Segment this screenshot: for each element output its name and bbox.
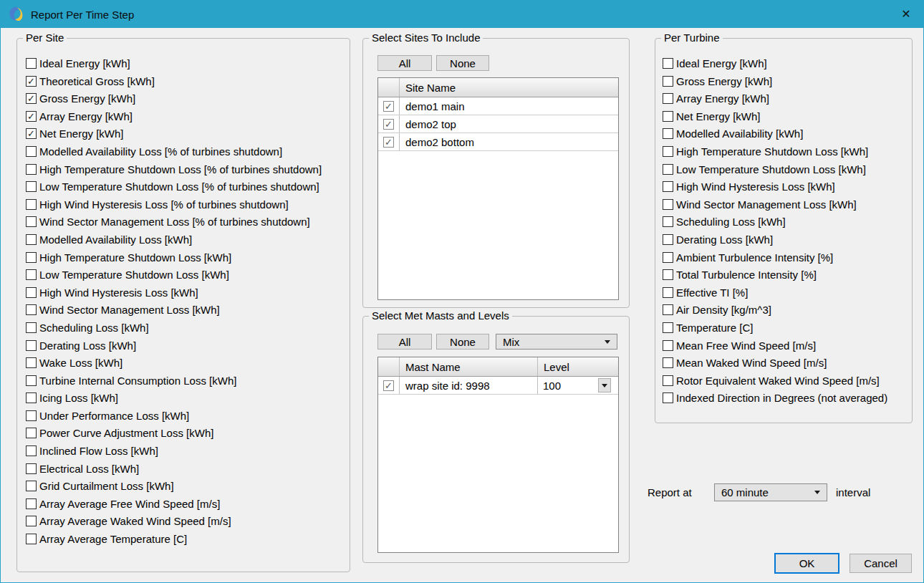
checkbox[interactable] <box>26 269 37 280</box>
checkbox[interactable] <box>26 304 37 315</box>
checkbox-item[interactable]: Rotor Equivalent Waked Wind Speed [m/s] <box>663 375 887 387</box>
checkbox[interactable] <box>663 128 673 139</box>
checkbox-item[interactable]: Ideal Energy [kWh] <box>663 57 887 69</box>
checkbox[interactable] <box>26 463 37 474</box>
checkbox-item[interactable]: High Temperature Shutdown Loss [kWh] <box>663 145 887 158</box>
checkbox-item[interactable]: Under Performance Loss [kWh] <box>26 410 322 422</box>
checkbox-item[interactable]: Modelled Availability [kWh] <box>663 127 887 140</box>
site-row[interactable]: demo1 main <box>378 97 618 115</box>
checkbox-item[interactable]: Array Average Temperature [C] <box>26 533 322 545</box>
checkbox-item[interactable]: Wind Sector Management Loss [% of turbin… <box>26 216 322 228</box>
checkbox-item[interactable]: Ambient Turbulence Intensity [%] <box>663 251 887 264</box>
checkbox[interactable] <box>663 181 673 192</box>
checkbox-item[interactable]: Indexed Direction in Degrees (not averag… <box>663 392 887 404</box>
checkbox[interactable] <box>663 111 673 122</box>
checkbox-item[interactable]: High Temperature Shutdown Loss [% of tur… <box>26 163 322 175</box>
site-row[interactable]: demo2 top <box>378 115 618 133</box>
checkbox-item[interactable]: Array Energy [kWh] <box>26 110 322 122</box>
checkbox-item[interactable]: Inclined Flow Loss [kWh] <box>26 445 322 457</box>
level-cell[interactable]: 100 <box>538 377 618 394</box>
checkbox[interactable] <box>663 252 673 263</box>
checkbox[interactable] <box>26 216 37 227</box>
checkbox[interactable] <box>26 58 37 69</box>
checkbox[interactable] <box>663 234 673 245</box>
checkbox[interactable] <box>26 128 37 139</box>
checkbox-item[interactable]: Derating Loss [kWh] <box>663 233 887 246</box>
checkbox[interactable] <box>26 410 37 421</box>
checkbox[interactable] <box>26 199 37 210</box>
checkbox-item[interactable]: Net Energy [kWh] <box>26 127 322 140</box>
mast-checkbox[interactable] <box>383 380 394 391</box>
checkbox-item[interactable]: Theoretical Gross [kWh] <box>26 75 322 87</box>
masts-all-button[interactable]: All <box>377 334 432 350</box>
checkbox-item[interactable]: Array Average Free Wind Speed [m/s] <box>26 498 322 510</box>
checkbox-item[interactable]: Low Temperature Shutdown Loss [kWh] <box>663 163 887 175</box>
checkbox-item[interactable]: Net Energy [kWh] <box>663 110 887 122</box>
checkbox[interactable] <box>26 93 37 104</box>
checkbox[interactable] <box>26 76 37 87</box>
checkbox-item[interactable]: Gross Energy [kWh] <box>663 75 887 87</box>
checkbox[interactable] <box>26 322 37 333</box>
site-checkbox[interactable] <box>383 119 394 130</box>
checkbox-item[interactable]: Total Turbulence Intensity [%] <box>663 269 887 281</box>
checkbox[interactable] <box>26 498 37 509</box>
checkbox-item[interactable]: Icing Loss [kWh] <box>26 392 322 404</box>
checkbox-item[interactable]: Array Average Waked Wind Speed [m/s] <box>26 515 322 527</box>
checkbox[interactable] <box>663 287 673 298</box>
checkbox-item[interactable]: High Temperature Shutdown Loss [kWh] <box>26 251 322 264</box>
site-checkbox[interactable] <box>383 137 394 148</box>
interval-dropdown[interactable]: 60 minute <box>714 483 827 501</box>
checkbox[interactable] <box>26 428 37 438</box>
checkbox-item[interactable]: Power Curve Adjustment Loss [kWh] <box>26 427 322 439</box>
checkbox[interactable] <box>26 111 37 122</box>
checkbox-item[interactable]: Temperature [C] <box>663 322 887 334</box>
checkbox-item[interactable]: Low Temperature Shutdown Loss [% of turb… <box>26 180 322 193</box>
checkbox-item[interactable]: Scheduling Loss [kWh] <box>663 216 887 228</box>
checkbox-item[interactable]: Array Energy [kWh] <box>663 92 887 105</box>
checkbox-item[interactable]: High Wind Hysteresis Loss [% of turbines… <box>26 198 322 211</box>
site-checkbox[interactable] <box>383 101 394 112</box>
checkbox[interactable] <box>663 216 673 227</box>
mast-row[interactable]: wrap site id: 9998100 <box>378 377 618 395</box>
checkbox[interactable] <box>26 357 37 368</box>
checkbox[interactable] <box>663 164 673 175</box>
checkbox-item[interactable]: Ideal Energy [kWh] <box>26 57 322 69</box>
checkbox-item[interactable]: Wind Sector Management Loss [kWh] <box>26 304 322 316</box>
checkbox[interactable] <box>26 392 37 403</box>
checkbox[interactable] <box>26 481 37 491</box>
checkbox[interactable] <box>663 269 673 280</box>
checkbox-item[interactable]: Low Temperature Shutdown Loss [kWh] <box>26 269 322 281</box>
sites-none-button[interactable]: None <box>436 55 489 71</box>
checkbox[interactable] <box>26 445 37 456</box>
checkbox-item[interactable]: Wind Sector Management Loss [kWh] <box>663 198 887 211</box>
checkbox[interactable] <box>26 516 37 526</box>
checkbox[interactable] <box>26 375 37 386</box>
masts-none-button[interactable]: None <box>436 334 489 350</box>
checkbox-item[interactable]: Wake Loss [kWh] <box>26 357 322 369</box>
checkbox[interactable] <box>26 181 37 192</box>
checkbox-item[interactable]: Grid Curtailment Loss [kWh] <box>26 480 322 492</box>
checkbox-item[interactable]: High Wind Hysteresis Loss [kWh] <box>663 180 887 193</box>
checkbox-item[interactable]: Modelled Availability Loss [% of turbine… <box>26 145 322 158</box>
checkbox-item[interactable]: Mean Waked Wind Speed [m/s] <box>663 357 887 369</box>
checkbox[interactable] <box>663 375 673 386</box>
site-row[interactable]: demo2 bottom <box>378 133 618 151</box>
mix-dropdown[interactable]: Mix <box>496 334 617 350</box>
checkbox[interactable] <box>663 93 673 104</box>
checkbox[interactable] <box>26 252 37 263</box>
checkbox-item[interactable]: Electrical Loss [kWh] <box>26 463 322 475</box>
checkbox[interactable] <box>663 76 673 87</box>
checkbox-item[interactable]: Gross Energy [kWh] <box>26 92 322 105</box>
checkbox[interactable] <box>26 146 37 157</box>
checkbox[interactable] <box>663 357 673 368</box>
checkbox-item[interactable]: Turbine Internal Consumption Loss [kWh] <box>26 375 322 387</box>
checkbox[interactable] <box>663 199 673 210</box>
checkbox[interactable] <box>663 340 673 351</box>
checkbox[interactable] <box>663 146 673 157</box>
checkbox[interactable] <box>26 534 37 544</box>
ok-button[interactable]: OK <box>774 553 839 574</box>
checkbox-item[interactable]: Modelled Availability Loss [kWh] <box>26 233 322 246</box>
close-button[interactable]: ✕ <box>889 1 923 28</box>
checkbox[interactable] <box>26 234 37 245</box>
checkbox-item[interactable]: Scheduling Loss [kWh] <box>26 322 322 334</box>
